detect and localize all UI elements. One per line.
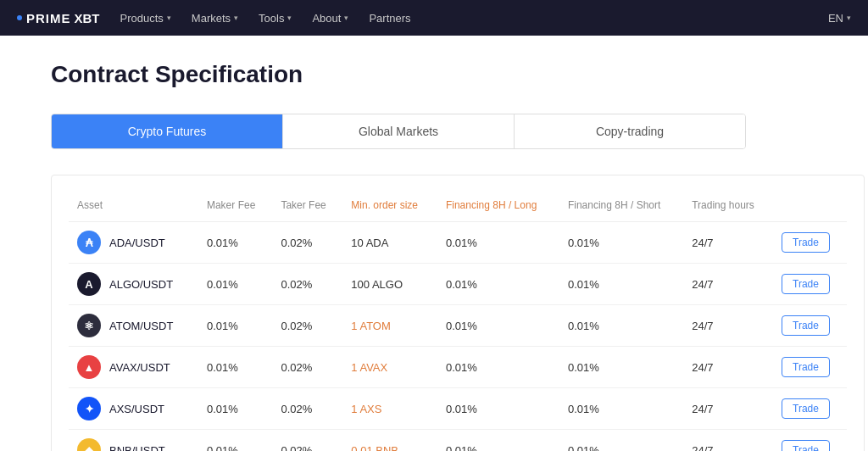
cell-trade[interactable]: Trade <box>773 388 847 430</box>
cell-maker: 0.01% <box>198 430 272 452</box>
table-row: ⚛ ATOM/USDT 0.01% 0.02% 1 ATOM 0.01% 0.0… <box>69 305 847 347</box>
cell-taker: 0.02% <box>272 388 342 430</box>
cell-trade[interactable]: Trade <box>773 305 847 347</box>
cell-trade[interactable]: Trade <box>773 222 847 264</box>
cell-fin-long: 0.01% <box>437 222 559 264</box>
tab-copy-trading[interactable]: Copy-trading <box>515 114 745 148</box>
col-header-asset: Asset <box>69 192 198 222</box>
tab-bar: Crypto Futures Global Markets Copy-tradi… <box>51 114 746 149</box>
cell-maker: 0.01% <box>198 222 272 264</box>
cell-min-order: 1 AXS <box>342 388 437 430</box>
cell-fin-long: 0.01% <box>437 430 559 452</box>
nav-label-about: About <box>312 12 341 25</box>
cell-min-order: 10 ADA <box>342 222 437 264</box>
coin-icon: ◆ <box>77 438 101 451</box>
cell-fin-long: 0.01% <box>437 264 559 305</box>
cell-trade[interactable]: Trade <box>773 430 847 452</box>
cell-taker: 0.02% <box>272 347 342 388</box>
cell-asset: ▲ AVAX/USDT <box>69 347 198 388</box>
col-header-fin-short: Financing 8H / Short <box>559 192 683 222</box>
col-header-maker: Maker Fee <box>198 192 272 222</box>
cell-maker: 0.01% <box>198 305 272 347</box>
cell-taker: 0.02% <box>272 222 342 264</box>
trade-button[interactable]: Trade <box>782 440 830 451</box>
cell-fin-short: 0.01% <box>559 388 683 430</box>
chevron-down-icon: ▾ <box>344 14 348 22</box>
nav-item-partners[interactable]: Partners <box>369 12 410 25</box>
table-row: ₳ ADA/USDT 0.01% 0.02% 10 ADA 0.01% 0.01… <box>69 222 847 264</box>
cell-asset: ✦ AXS/USDT <box>69 388 198 430</box>
nav-item-tools[interactable]: Tools ▾ <box>259 12 292 25</box>
asset-name: AVAX/USDT <box>109 361 170 374</box>
nav-label-markets: Markets <box>192 12 231 25</box>
contract-table: Asset Maker Fee Taker Fee Min. order siz… <box>69 192 847 451</box>
cell-fin-short: 0.01% <box>559 347 683 388</box>
nav-item-products[interactable]: Products ▾ <box>120 12 171 25</box>
chevron-down-icon: ▾ <box>847 14 851 22</box>
logo[interactable]: PRIME XBT <box>17 11 100 25</box>
col-header-action <box>773 192 847 222</box>
cell-min-order: 100 ALGO <box>342 264 437 305</box>
logo-dot <box>17 15 22 20</box>
coin-icon: A <box>77 272 101 296</box>
cell-min-order: 0.01 BNB <box>342 430 437 452</box>
cell-hours: 24/7 <box>683 305 773 347</box>
cell-hours: 24/7 <box>683 388 773 430</box>
cell-fin-long: 0.01% <box>437 388 559 430</box>
coin-icon: ✦ <box>77 397 101 420</box>
cell-fin-short: 0.01% <box>559 264 683 305</box>
cell-min-order: 1 ATOM <box>342 305 437 347</box>
asset-name: BNB/USDT <box>109 444 165 452</box>
col-header-taker: Taker Fee <box>272 192 342 222</box>
logo-prime: PRIME <box>26 11 71 25</box>
cell-maker: 0.01% <box>198 264 272 305</box>
col-header-min-order: Min. order size <box>342 192 437 222</box>
trade-button[interactable]: Trade <box>782 398 830 419</box>
table-row: ▲ AVAX/USDT 0.01% 0.02% 1 AVAX 0.01% 0.0… <box>69 347 847 388</box>
nav-label-products: Products <box>120 12 164 25</box>
cell-asset: ⚛ ATOM/USDT <box>69 305 198 347</box>
cell-trade[interactable]: Trade <box>773 264 847 305</box>
trade-button[interactable]: Trade <box>782 274 830 294</box>
cell-asset: ◆ BNB/USDT <box>69 430 198 452</box>
tab-crypto-futures[interactable]: Crypto Futures <box>52 114 283 148</box>
cell-trade[interactable]: Trade <box>773 347 847 388</box>
table-row: A ALGO/USDT 0.01% 0.02% 100 ALGO 0.01% 0… <box>69 264 847 305</box>
language-selector[interactable]: EN ▾ <box>828 12 851 25</box>
cell-hours: 24/7 <box>683 347 773 388</box>
cell-fin-short: 0.01% <box>559 430 683 452</box>
cell-taker: 0.02% <box>272 264 342 305</box>
cell-hours: 24/7 <box>683 430 773 452</box>
coin-icon: ▲ <box>77 355 101 379</box>
nav-item-about[interactable]: About ▾ <box>312 12 348 25</box>
chevron-down-icon: ▾ <box>287 14 292 22</box>
asset-name: ADA/USDT <box>109 237 165 249</box>
cell-fin-long: 0.01% <box>437 305 559 347</box>
cell-asset: ₳ ADA/USDT <box>69 222 198 264</box>
chevron-down-icon: ▾ <box>167 14 171 22</box>
navbar-left: PRIME XBT Products ▾ Markets ▾ Tools ▾ A… <box>17 11 411 25</box>
cell-min-order: 1 AVAX <box>342 347 437 388</box>
cell-fin-long: 0.01% <box>437 347 559 388</box>
trade-button[interactable]: Trade <box>782 232 830 253</box>
cell-fin-short: 0.01% <box>559 222 683 264</box>
cell-hours: 24/7 <box>683 264 773 305</box>
col-header-fin-long: Financing 8H / Long <box>437 192 559 222</box>
page-title: Contract Specification <box>51 61 817 88</box>
cell-maker: 0.01% <box>198 388 272 430</box>
navbar: PRIME XBT Products ▾ Markets ▾ Tools ▾ A… <box>0 0 868 36</box>
cell-fin-short: 0.01% <box>559 305 683 347</box>
trade-button[interactable]: Trade <box>782 357 830 377</box>
cell-taker: 0.02% <box>272 430 342 452</box>
trade-button[interactable]: Trade <box>782 315 830 336</box>
asset-name: ALGO/USDT <box>109 278 173 291</box>
nav-item-markets[interactable]: Markets ▾ <box>192 12 238 25</box>
chevron-down-icon: ▾ <box>234 14 238 22</box>
nav-label-tools: Tools <box>259 12 284 25</box>
cell-taker: 0.02% <box>272 305 342 347</box>
logo-xbt: XBT <box>75 11 100 25</box>
coin-icon: ⚛ <box>77 314 101 337</box>
coin-icon: ₳ <box>77 231 101 254</box>
tab-global-markets[interactable]: Global Markets <box>283 114 515 148</box>
cell-maker: 0.01% <box>198 347 272 388</box>
